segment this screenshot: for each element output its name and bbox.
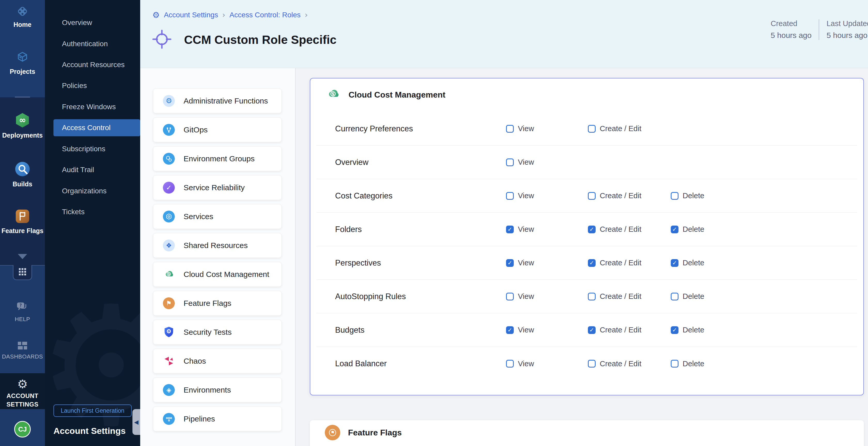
menu-item-policies[interactable]: Policies — [54, 77, 140, 94]
menu-item-tickets[interactable]: Tickets — [54, 203, 140, 220]
menu-item-subscriptions[interactable]: Subscriptions — [54, 140, 140, 157]
resource-card-chaos[interactable]: Chaos — [153, 349, 282, 374]
user-avatar-item[interactable]: CJ — [0, 421, 45, 438]
menu-item-freeze-windows[interactable]: Freeze Windows — [54, 98, 140, 115]
permission-view[interactable]: View — [506, 225, 534, 233]
menu-item-audit-trail[interactable]: Audit Trail — [54, 161, 140, 178]
view-checkbox[interactable] — [506, 360, 514, 368]
delete-checkbox[interactable] — [671, 259, 679, 267]
delete-checkbox[interactable] — [671, 226, 679, 233]
permission-create-edit[interactable]: Create / Edit — [588, 259, 641, 267]
sidebar-item-feature-flags[interactable]: Feature Flags — [0, 209, 45, 234]
permission-create-edit[interactable]: Create / Edit — [588, 225, 641, 233]
permission-view[interactable]: View — [506, 359, 534, 368]
collapse-panel-handle[interactable]: ◀ — [132, 409, 140, 435]
resource-card-cloud-cost-management[interactable]: $ Cloud Cost Management — [153, 262, 282, 287]
avatar[interactable]: CJ — [14, 421, 31, 438]
create-edit-checkbox[interactable] — [588, 293, 596, 300]
view-checkbox[interactable] — [506, 293, 514, 300]
breadcrumb-separator-icon: › — [222, 10, 225, 19]
resource-card-administrative-functions[interactable]: ⚙ Administrative Functions — [153, 89, 282, 113]
resource-card-security-tests[interactable]: Security Tests — [153, 320, 282, 345]
menu-item-overview[interactable]: Overview — [54, 14, 140, 31]
permission-row-perspectives: Perspectives View Create / Edit Delete — [316, 246, 857, 280]
menu-item-account-resources[interactable]: Account Resources — [54, 56, 140, 73]
delete-checkbox[interactable] — [671, 326, 679, 334]
permission-create-edit[interactable]: Create / Edit — [588, 192, 641, 200]
permission-create-edit[interactable]: Create / Edit — [588, 359, 641, 368]
permission-row-currency-preferences: Currency Preferences View Create / Edit — [316, 112, 857, 146]
view-checkbox[interactable] — [506, 192, 514, 200]
view-checkbox[interactable] — [506, 326, 514, 334]
resource-card-shared-resources[interactable]: ❖ Shared Resources — [153, 233, 282, 258]
sidebar-item-projects[interactable]: Projects — [0, 51, 45, 75]
create-edit-checkbox[interactable] — [588, 192, 596, 200]
permission-delete[interactable]: Delete — [671, 259, 704, 267]
permission-rows: Currency Preferences View Create / Edit … — [316, 112, 857, 380]
home-label: Home — [13, 21, 31, 28]
view-checkbox[interactable] — [506, 158, 514, 166]
create-edit-checkbox[interactable] — [588, 360, 596, 368]
sidebar-item-dashboards[interactable]: DASHBOARDS — [0, 342, 45, 360]
sidebar-item-account-settings[interactable]: ⚙ ACCOUNT SETTINGS — [0, 378, 45, 409]
permission-delete[interactable]: Delete — [671, 359, 704, 368]
gear-icon: ⚙ — [17, 378, 28, 390]
resource-card-environments[interactable]: ◈ Environments — [153, 378, 282, 403]
view-checkbox[interactable] — [506, 226, 514, 233]
feature-flags-flag-icon — [325, 425, 340, 440]
create-edit-checkbox[interactable] — [588, 125, 596, 133]
permission-delete[interactable]: Delete — [671, 225, 704, 233]
permission-create-edit[interactable]: Create / Edit — [588, 326, 641, 334]
permission-delete[interactable]: Delete — [671, 326, 704, 334]
delete-checkbox[interactable] — [671, 192, 679, 200]
feature-flags-flag-icon: ⚑ — [163, 297, 175, 309]
view-checkbox[interactable] — [506, 259, 514, 267]
chevron-down-icon[interactable] — [18, 254, 27, 259]
created-value: 5 hours ago — [771, 31, 811, 40]
feature-flags-icon — [15, 209, 30, 225]
chaos-icon — [163, 355, 175, 367]
ccm-cloud-dollar-icon: $ — [163, 268, 175, 280]
menu-item-organizations[interactable]: Organizations — [54, 183, 140, 199]
feature-flags-permissions-card: Feature Flags — [310, 420, 864, 446]
builds-label: Builds — [13, 181, 32, 188]
breadcrumb-account-settings[interactable]: Account Settings — [164, 11, 218, 19]
launch-first-generation-button[interactable]: Launch First Generation — [54, 405, 132, 417]
delete-checkbox[interactable] — [671, 293, 679, 300]
dashboards-label: DASHBOARDS — [2, 353, 43, 360]
permission-view[interactable]: View — [506, 124, 534, 133]
create-edit-checkbox[interactable] — [588, 326, 596, 334]
resource-card-services[interactable]: Services — [153, 204, 282, 229]
permission-view[interactable]: View — [506, 158, 534, 166]
permission-create-edit[interactable]: Create / Edit — [588, 292, 641, 301]
permission-create-edit[interactable]: Create / Edit — [588, 124, 641, 133]
permission-delete[interactable]: Delete — [671, 192, 704, 200]
menu-item-authentication[interactable]: Authentication — [54, 35, 140, 53]
module-grid-button[interactable] — [13, 265, 32, 280]
permission-delete[interactable]: Delete — [671, 292, 704, 301]
sidebar-item-home[interactable]: Home — [0, 5, 45, 28]
resource-card-gitops[interactable]: GitOps — [153, 118, 282, 142]
permission-view[interactable]: View — [506, 192, 534, 200]
sidebar-item-deployments[interactable]: ∞ Deployments — [0, 112, 45, 139]
permission-resource-label: Budgets — [335, 325, 506, 335]
resource-card-environment-groups[interactable]: Environment Groups — [153, 146, 282, 171]
resource-card-service-reliability[interactable]: ✓ Service Reliability — [153, 175, 282, 200]
permission-view[interactable]: View — [506, 259, 534, 267]
permission-view[interactable]: View — [506, 292, 534, 301]
environments-icon: ◈ — [163, 384, 175, 396]
view-checkbox[interactable] — [506, 125, 514, 133]
permission-view[interactable]: View — [506, 326, 534, 334]
resource-card-pipelines[interactable]: Pipelines — [153, 407, 282, 431]
role-meta: Created 5 hours ago Last Updated 5 hours… — [771, 19, 868, 40]
resource-card-feature-flags[interactable]: ⚑ Feature Flags — [153, 291, 282, 316]
page-title: CCM Custom Role Specific — [184, 33, 336, 47]
breadcrumb-access-control-roles[interactable]: Access Control: Roles — [229, 11, 301, 19]
last-updated-value: 5 hours ago — [827, 31, 868, 40]
menu-item-access-control[interactable]: Access Control — [54, 119, 140, 136]
sidebar-item-help[interactable]: ? HELP — [0, 301, 45, 323]
create-edit-checkbox[interactable] — [588, 259, 596, 267]
create-edit-checkbox[interactable] — [588, 226, 596, 233]
sidebar-item-builds[interactable]: Builds — [0, 161, 45, 188]
delete-checkbox[interactable] — [671, 360, 679, 368]
